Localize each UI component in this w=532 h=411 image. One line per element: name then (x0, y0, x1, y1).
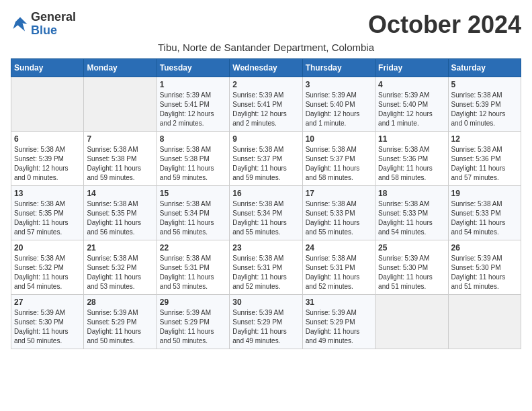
day-number: 1 (160, 80, 226, 89)
day-header-monday: Monday (84, 59, 157, 77)
day-number: 17 (306, 189, 372, 198)
day-number: 10 (306, 134, 372, 144)
calendar-cell: 6Sunrise: 5:38 AMSunset: 5:39 PMDaylight… (11, 132, 84, 186)
calendar-week-row: 6Sunrise: 5:38 AMSunset: 5:39 PMDaylight… (11, 132, 521, 186)
day-number: 23 (232, 243, 299, 253)
calendar-cell: 29Sunrise: 5:39 AMSunset: 5:29 PMDayligh… (157, 295, 229, 349)
calendar-cell: 21Sunrise: 5:38 AMSunset: 5:32 PMDayligh… (84, 240, 157, 295)
day-detail: Sunrise: 5:39 AMSunset: 5:30 PMDaylight:… (378, 254, 445, 291)
day-detail: Sunrise: 5:39 AMSunset: 5:29 PMDaylight:… (232, 308, 299, 346)
day-detail: Sunrise: 5:39 AMSunset: 5:41 PMDaylight:… (160, 91, 226, 128)
day-number: 6 (14, 134, 81, 144)
day-header-wednesday: Wednesday (230, 59, 302, 77)
day-detail: Sunrise: 5:39 AMSunset: 5:40 PMDaylight:… (306, 91, 372, 128)
calendar-cell (84, 77, 157, 132)
day-number: 8 (160, 134, 226, 144)
day-number: 16 (232, 189, 299, 198)
day-number: 9 (232, 134, 299, 144)
day-header-sunday: Sunday (11, 59, 84, 77)
calendar-cell: 30Sunrise: 5:39 AMSunset: 5:29 PMDayligh… (230, 295, 302, 349)
calendar-cell: 28Sunrise: 5:39 AMSunset: 5:29 PMDayligh… (84, 295, 157, 349)
logo: General Blue (11, 11, 76, 38)
calendar-cell (448, 295, 521, 349)
day-number: 12 (451, 134, 518, 144)
calendar-cell: 20Sunrise: 5:38 AMSunset: 5:32 PMDayligh… (11, 240, 84, 295)
day-number: 21 (87, 243, 153, 253)
calendar-cell: 17Sunrise: 5:38 AMSunset: 5:33 PMDayligh… (302, 186, 375, 240)
calendar-week-row: 27Sunrise: 5:39 AMSunset: 5:30 PMDayligh… (11, 295, 521, 349)
day-detail: Sunrise: 5:39 AMSunset: 5:30 PMDaylight:… (14, 308, 81, 346)
day-detail: Sunrise: 5:38 AMSunset: 5:36 PMDaylight:… (378, 145, 445, 183)
calendar-week-row: 13Sunrise: 5:38 AMSunset: 5:35 PMDayligh… (11, 186, 521, 240)
calendar-cell: 24Sunrise: 5:38 AMSunset: 5:31 PMDayligh… (302, 240, 375, 295)
day-number: 11 (378, 134, 445, 144)
calendar-cell: 22Sunrise: 5:38 AMSunset: 5:31 PMDayligh… (157, 240, 229, 295)
calendar-cell: 8Sunrise: 5:38 AMSunset: 5:38 PMDaylight… (157, 132, 229, 186)
day-detail: Sunrise: 5:38 AMSunset: 5:31 PMDaylight:… (160, 254, 226, 291)
location-title: Tibu, Norte de Santander Department, Col… (11, 42, 521, 53)
day-detail: Sunrise: 5:39 AMSunset: 5:29 PMDaylight:… (160, 308, 226, 346)
calendar-cell: 25Sunrise: 5:39 AMSunset: 5:30 PMDayligh… (375, 240, 448, 295)
month-title: October 2024 (368, 11, 521, 39)
day-detail: Sunrise: 5:38 AMSunset: 5:33 PMDaylight:… (451, 199, 518, 237)
calendar-cell: 15Sunrise: 5:38 AMSunset: 5:34 PMDayligh… (157, 186, 229, 240)
day-detail: Sunrise: 5:39 AMSunset: 5:40 PMDaylight:… (378, 91, 445, 128)
calendar-cell: 7Sunrise: 5:38 AMSunset: 5:38 PMDaylight… (84, 132, 157, 186)
day-number: 20 (14, 243, 81, 253)
day-detail: Sunrise: 5:38 AMSunset: 5:34 PMDaylight:… (232, 199, 299, 237)
day-header-saturday: Saturday (448, 59, 521, 77)
day-number: 30 (232, 298, 299, 307)
day-detail: Sunrise: 5:38 AMSunset: 5:34 PMDaylight:… (160, 199, 226, 237)
day-header-friday: Friday (375, 59, 448, 77)
day-number: 18 (378, 189, 445, 198)
day-detail: Sunrise: 5:38 AMSunset: 5:35 PMDaylight:… (87, 199, 153, 237)
calendar-cell: 31Sunrise: 5:39 AMSunset: 5:29 PMDayligh… (302, 295, 375, 349)
calendar-cell: 3Sunrise: 5:39 AMSunset: 5:40 PMDaylight… (302, 77, 375, 132)
day-detail: Sunrise: 5:38 AMSunset: 5:37 PMDaylight:… (232, 145, 299, 183)
day-number: 3 (306, 80, 372, 89)
day-detail: Sunrise: 5:39 AMSunset: 5:30 PMDaylight:… (451, 254, 518, 291)
day-detail: Sunrise: 5:38 AMSunset: 5:38 PMDaylight:… (87, 145, 153, 183)
day-detail: Sunrise: 5:38 AMSunset: 5:31 PMDaylight:… (232, 254, 299, 291)
day-number: 24 (306, 243, 372, 253)
day-detail: Sunrise: 5:38 AMSunset: 5:33 PMDaylight:… (378, 199, 445, 237)
calendar-week-row: 1Sunrise: 5:39 AMSunset: 5:41 PMDaylight… (11, 77, 521, 132)
day-header-tuesday: Tuesday (157, 59, 229, 77)
day-detail: Sunrise: 5:39 AMSunset: 5:29 PMDaylight:… (87, 308, 153, 346)
calendar-cell: 2Sunrise: 5:39 AMSunset: 5:41 PMDaylight… (230, 77, 302, 132)
calendar-cell: 23Sunrise: 5:38 AMSunset: 5:31 PMDayligh… (230, 240, 302, 295)
logo-bird-icon (11, 15, 30, 34)
day-detail: Sunrise: 5:38 AMSunset: 5:37 PMDaylight:… (306, 145, 372, 183)
calendar-cell: 5Sunrise: 5:38 AMSunset: 5:39 PMDaylight… (448, 77, 521, 132)
day-number: 28 (87, 298, 153, 307)
day-number: 31 (306, 298, 372, 307)
day-number: 7 (87, 134, 153, 144)
day-number: 5 (451, 80, 518, 89)
calendar-cell: 9Sunrise: 5:38 AMSunset: 5:37 PMDaylight… (230, 132, 302, 186)
day-header-thursday: Thursday (302, 59, 375, 77)
calendar-cell: 14Sunrise: 5:38 AMSunset: 5:35 PMDayligh… (84, 186, 157, 240)
day-number: 2 (232, 80, 299, 89)
days-header-row: SundayMondayTuesdayWednesdayThursdayFrid… (11, 59, 521, 77)
day-detail: Sunrise: 5:38 AMSunset: 5:36 PMDaylight:… (451, 145, 518, 183)
calendar-cell: 4Sunrise: 5:39 AMSunset: 5:40 PMDaylight… (375, 77, 448, 132)
logo-text: General Blue (31, 11, 76, 38)
day-detail: Sunrise: 5:38 AMSunset: 5:38 PMDaylight:… (160, 145, 226, 183)
calendar-cell: 13Sunrise: 5:38 AMSunset: 5:35 PMDayligh… (11, 186, 84, 240)
svg-marker-0 (13, 17, 28, 31)
day-number: 14 (87, 189, 153, 198)
day-number: 15 (160, 189, 226, 198)
calendar-cell: 16Sunrise: 5:38 AMSunset: 5:34 PMDayligh… (230, 186, 302, 240)
calendar-week-row: 20Sunrise: 5:38 AMSunset: 5:32 PMDayligh… (11, 240, 521, 295)
day-detail: Sunrise: 5:38 AMSunset: 5:32 PMDaylight:… (14, 254, 81, 291)
day-number: 13 (14, 189, 81, 198)
day-detail: Sunrise: 5:38 AMSunset: 5:33 PMDaylight:… (306, 199, 372, 237)
day-detail: Sunrise: 5:38 AMSunset: 5:35 PMDaylight:… (14, 199, 81, 237)
day-detail: Sunrise: 5:39 AMSunset: 5:41 PMDaylight:… (232, 91, 299, 128)
calendar-cell: 12Sunrise: 5:38 AMSunset: 5:36 PMDayligh… (448, 132, 521, 186)
day-number: 29 (160, 298, 226, 307)
day-detail: Sunrise: 5:38 AMSunset: 5:39 PMDaylight:… (14, 145, 81, 183)
day-detail: Sunrise: 5:38 AMSunset: 5:39 PMDaylight:… (451, 91, 518, 128)
day-number: 25 (378, 243, 445, 253)
day-number: 26 (451, 243, 518, 253)
